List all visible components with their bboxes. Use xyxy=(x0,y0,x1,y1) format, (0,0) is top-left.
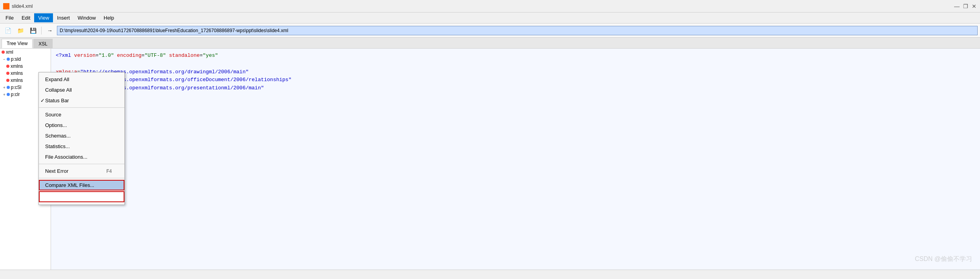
xml-line-4: xmlns:r="http://schemas.openxmlformats.o… xyxy=(56,76,975,84)
menu-window[interactable]: Window xyxy=(74,13,100,22)
app-icon xyxy=(3,3,9,9)
menu-item-source[interactable]: Source xyxy=(39,109,124,120)
menu-item-compare-xml[interactable]: Compare XML Files... xyxy=(39,180,124,190)
bullet-psld xyxy=(7,58,10,61)
next-error-shortcut: F4 xyxy=(106,168,112,174)
tab-xsl[interactable]: XSL xyxy=(33,39,53,48)
maximize-button[interactable]: ❐ xyxy=(963,4,968,9)
status-bar xyxy=(0,270,980,279)
address-bar[interactable]: D:\tmp\result\2024-09-19\out\17267088868… xyxy=(57,26,978,35)
menu-item-expand-all[interactable]: Expand All xyxy=(39,74,124,85)
address-text: D:\tmp\result\2024-09-19\out\17267088868… xyxy=(60,28,288,33)
menu-item-schemas[interactable]: Schemas... xyxy=(39,130,124,141)
options-label: Options... xyxy=(45,122,67,128)
source-label: Source xyxy=(45,112,61,118)
close-button[interactable]: ✕ xyxy=(971,4,977,9)
menu-item-statistics[interactable]: Statistics... xyxy=(39,141,124,152)
menu-item-options[interactable]: Options... xyxy=(39,120,124,130)
xml-line-1: <?xml version="1.0" encoding="UTF-8" sta… xyxy=(56,52,975,60)
toolbar-arrow-btn[interactable]: → xyxy=(44,25,55,36)
tree-label-psld: p:sld xyxy=(11,56,21,62)
compare-xml-label: Compare XML Files... xyxy=(45,182,94,188)
tree-label-xmlns2: xmlns xyxy=(11,71,23,76)
window-controls: — ❐ ✕ xyxy=(954,4,977,9)
title-bar: slide4.xml — ❐ ✕ xyxy=(0,0,980,13)
tree-item-xml[interactable]: xml xyxy=(0,49,51,56)
tab-bar: Tree View XSL xyxy=(0,38,980,49)
menu-item-collapse-all[interactable]: Collapse All xyxy=(39,85,124,95)
tree-label-pcsl: p:cSl xyxy=(11,85,22,90)
tree-item-psld[interactable]: − p:sld xyxy=(0,56,51,63)
statistics-label: Statistics... xyxy=(45,143,70,149)
bullet-pcsl xyxy=(7,86,10,89)
toolbar-sep-1 xyxy=(41,27,42,34)
tree-label-xmlns3: xmlns xyxy=(11,78,23,83)
menu-item-next-error[interactable]: Next Error F4 xyxy=(39,166,124,176)
view-dropdown-menu: Expand All Collapse All Status Bar Sourc… xyxy=(38,72,125,205)
tree-label-xmlns1: xmlns xyxy=(11,63,23,69)
bullet-xml xyxy=(2,51,5,54)
tree-label-xml: xml xyxy=(6,49,13,55)
menu-file[interactable]: File xyxy=(2,13,18,22)
expand-all-label: Expand All xyxy=(45,76,69,82)
tree-label-pclr: p:clr xyxy=(11,92,20,97)
bullet-xmlns3 xyxy=(6,79,9,82)
bullet-xmlns2 xyxy=(6,72,9,75)
menu-item-file-associations[interactable]: File Associations... xyxy=(39,152,124,162)
minimize-button[interactable]: — xyxy=(954,4,960,9)
window-title: slide4.xml xyxy=(12,4,33,9)
dropdown-sep-3 xyxy=(39,178,124,178)
xml-line-3: xmlns:a="http://schemas.openxmlformats.o… xyxy=(56,68,975,76)
xml-line-2 xyxy=(56,60,975,68)
file-associations-label: File Associations... xyxy=(45,154,88,160)
tab-tree[interactable]: Tree View xyxy=(2,39,33,48)
menu-help[interactable]: Help xyxy=(100,13,118,22)
menu-view[interactable]: View xyxy=(34,13,53,22)
schemas-label: Schemas... xyxy=(45,133,71,139)
dropdown-sep-2 xyxy=(39,164,124,164)
menu-insert[interactable]: Insert xyxy=(53,13,74,22)
dropdown-sep-1 xyxy=(39,107,124,108)
toolbar: 📄 📁 💾 → D:\tmp\result\2024-09-19\out\172… xyxy=(0,24,980,38)
expand-pcsl: + xyxy=(3,85,5,90)
menu-item-status-bar[interactable]: Status Bar xyxy=(39,95,124,106)
editor-panel: <?xml version="1.0" encoding="UTF-8" sta… xyxy=(51,49,980,279)
expand-psld: − xyxy=(3,57,5,62)
expand-pclr: + xyxy=(3,92,5,97)
toolbar-folder-btn[interactable]: 📁 xyxy=(15,25,26,36)
next-error-label: Next Error xyxy=(45,168,68,174)
toolbar-save-btn[interactable]: 💾 xyxy=(27,25,38,36)
xml-line-5: xmlns:p="http://schemas.openxmlformats.o… xyxy=(56,84,975,92)
collapse-all-label: Collapse All xyxy=(45,87,72,93)
menu-bar: File Edit View Insert Window Help xyxy=(0,13,980,24)
bullet-pclr xyxy=(7,93,10,96)
tree-item-xmlns1[interactable]: xmlns xyxy=(0,63,51,70)
compare-xml-selected-indicator xyxy=(39,191,124,202)
bullet-xmlns1 xyxy=(6,65,9,68)
menu-edit[interactable]: Edit xyxy=(18,13,34,22)
main-area: xml − p:sld xmlns xmlns xmlns + p:cSl + … xyxy=(0,49,980,279)
status-bar-label: Status Bar xyxy=(45,98,69,103)
watermark: CSDN @偷偷不学习 xyxy=(915,255,972,263)
toolbar-open-btn[interactable]: 📄 xyxy=(2,25,13,36)
